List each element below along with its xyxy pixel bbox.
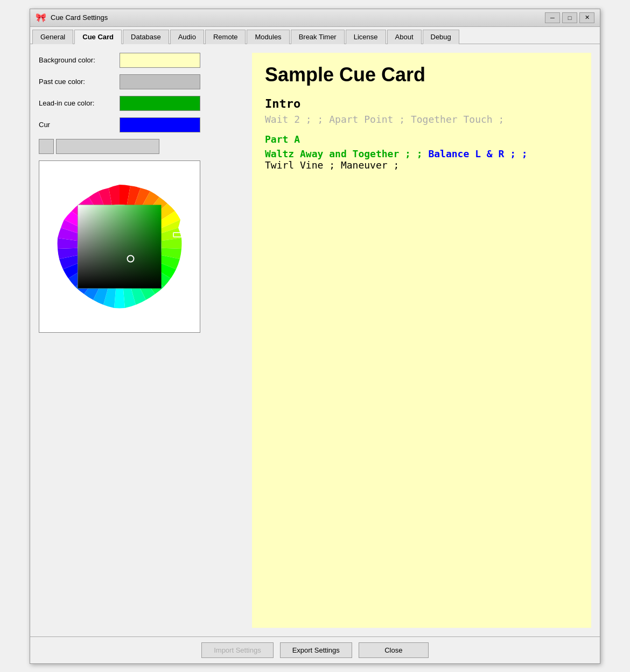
- title-bar: 🎀 Cue Card Settings ─ □ ✕: [30, 9, 600, 27]
- content-area: Background color: Past cue color: Lead-i…: [30, 44, 600, 636]
- main-window: 🎀 Cue Card Settings ─ □ ✕ General Cue Ca…: [30, 9, 600, 664]
- past-cue-label: Past cue color:: [39, 78, 120, 86]
- export-settings-button[interactable]: Export Settings: [280, 642, 352, 658]
- tab-cue-card[interactable]: Cue Card: [74, 30, 122, 44]
- tab-general[interactable]: General: [32, 30, 73, 44]
- bg-color-swatch[interactable]: [120, 53, 200, 68]
- minimize-button[interactable]: ─: [545, 12, 560, 23]
- cur-cue-label: Cur: [39, 121, 120, 129]
- title-bar-left: 🎀 Cue Card Settings: [36, 12, 108, 23]
- part-a-heading: Part A: [265, 134, 578, 145]
- close-window-button[interactable]: ✕: [579, 12, 594, 23]
- tab-license[interactable]: License: [346, 30, 386, 44]
- tab-about[interactable]: About: [387, 30, 422, 44]
- tab-database[interactable]: Database: [123, 30, 169, 44]
- tab-modules[interactable]: Modules: [247, 30, 289, 44]
- tab-bar: General Cue Card Database Audio Remote M…: [30, 27, 600, 44]
- tab-debug[interactable]: Debug: [423, 30, 459, 44]
- sample-cue-card: Sample Cue Card Intro Wait 2 ; ; Apart P…: [252, 53, 591, 628]
- scroll-left-btn[interactable]: [39, 139, 54, 154]
- scroll-track[interactable]: [56, 139, 159, 154]
- intro-heading: Intro: [265, 97, 578, 110]
- lead-in-row: Lead-in cue color:: [39, 96, 243, 111]
- tab-audio[interactable]: Audio: [170, 30, 204, 44]
- lead-in-highlight: Balance L & R ; ;: [428, 148, 527, 159]
- app-icon: 🎀: [36, 12, 46, 23]
- lead-in-part1: Waltz Away and Together ; ;: [265, 148, 428, 159]
- title-bar-buttons: ─ □ ✕: [545, 12, 594, 23]
- lead-in-line: Waltz Away and Together ; ; Balance L & …: [265, 148, 578, 159]
- close-button[interactable]: Close: [359, 642, 429, 658]
- import-settings-button[interactable]: Import Settings: [201, 642, 273, 658]
- slider-row: [39, 139, 243, 154]
- lead-in-swatch[interactable]: [120, 96, 200, 111]
- window-title: Cue Card Settings: [51, 13, 108, 22]
- tab-remote[interactable]: Remote: [205, 30, 246, 44]
- past-cue-row: Past cue color:: [39, 74, 243, 89]
- maximize-button[interactable]: □: [562, 12, 577, 23]
- footer: Import Settings Export Settings Close: [30, 636, 600, 663]
- bg-color-row: Background color:: [39, 53, 243, 68]
- past-cue-text: Wait 2 ; ; Apart Point ; Together Touch …: [265, 114, 578, 125]
- hue-indicator: [173, 232, 183, 237]
- left-panel: Background color: Past cue color: Lead-i…: [39, 53, 243, 628]
- current-cue-line: Twirl Vine ; Maneuver ;: [265, 159, 578, 171]
- bg-color-label: Background color:: [39, 56, 120, 64]
- sample-card-title: Sample Cue Card: [265, 64, 578, 86]
- color-cursor: [127, 255, 134, 263]
- lead-in-label: Lead-in cue color:: [39, 99, 120, 107]
- color-saturation-square[interactable]: [78, 205, 162, 288]
- cur-cue-row: Cur: [39, 117, 243, 132]
- cur-cue-swatch[interactable]: [120, 117, 200, 132]
- past-cue-swatch[interactable]: [120, 74, 200, 89]
- tab-break-timer[interactable]: Break Timer: [291, 30, 345, 44]
- color-picker-popup: [39, 160, 200, 333]
- color-wheel-container[interactable]: [47, 174, 192, 319]
